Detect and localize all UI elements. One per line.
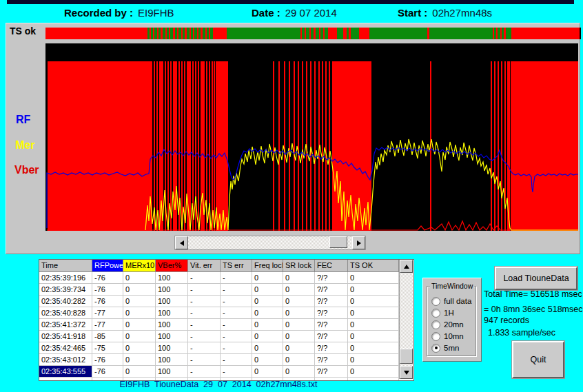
radio-option-full-data[interactable]: full data <box>431 296 471 306</box>
column-header-fec[interactable]: FEC <box>315 260 348 272</box>
table-cell[interactable]: 0 <box>283 307 315 319</box>
table-cell[interactable]: 0 <box>348 319 399 331</box>
table-cell[interactable]: ?/? <box>315 366 348 378</box>
table-cell[interactable]: ?/? <box>315 272 348 284</box>
table-cell[interactable]: -76 <box>92 296 123 307</box>
table-cell[interactable]: 0 <box>123 272 156 284</box>
table-cell[interactable]: 02:35:43:555 <box>39 366 92 378</box>
table-cell[interactable]: ?/? <box>315 319 348 331</box>
table-row[interactable]: 02:35:43:012-760100--00?/?0 <box>39 354 399 366</box>
table-row[interactable]: 02:35:40:828-770100--00?/?0 <box>39 307 399 319</box>
table-cell[interactable]: - <box>221 272 252 284</box>
table-cell[interactable]: -85 <box>92 331 123 342</box>
table-cell[interactable]: - <box>188 354 221 366</box>
table-cell[interactable]: 100 <box>156 331 188 342</box>
vertical-scroll-thumb[interactable] <box>400 349 413 364</box>
table-cell[interactable]: 100 <box>156 272 188 284</box>
table-cell[interactable]: - <box>221 307 252 319</box>
table-cell[interactable]: - <box>188 307 221 319</box>
table-cell[interactable]: 0 <box>348 296 399 307</box>
column-header-vit-err[interactable]: Vit. err <box>188 260 221 272</box>
table-cell[interactable]: -75 <box>92 342 123 354</box>
table-cell[interactable]: - <box>188 272 221 284</box>
table-cell[interactable]: 0 <box>252 284 283 296</box>
table-cell[interactable]: 02:35:40:828 <box>39 307 92 319</box>
table-cell[interactable]: -76 <box>92 354 123 366</box>
table-cell[interactable]: - <box>221 331 252 342</box>
table-cell[interactable]: 0 <box>348 354 399 366</box>
radio-button-icon[interactable] <box>431 320 440 329</box>
table-row[interactable]: 02:35:43:555-760100--00?/?0 <box>39 366 399 378</box>
table-cell[interactable]: -77 <box>92 307 123 319</box>
table-cell[interactable]: 0 <box>283 331 315 342</box>
table-row[interactable]: 02:35:40:282-760100--00?/?0 <box>39 296 399 307</box>
chart-horizontal-scrollbar[interactable] <box>174 236 366 250</box>
column-header-rfpower[interactable]: RFPower <box>92 260 123 272</box>
column-header-freq-lock[interactable]: Freq lock <box>252 260 283 272</box>
table-cell[interactable]: - <box>188 319 221 331</box>
table-cell[interactable]: 0 <box>348 342 399 354</box>
table-cell[interactable]: 0 <box>283 342 315 354</box>
radio-option-1H[interactable]: 1H <box>431 308 454 318</box>
table-row[interactable]: 02:35:41:372-770100--00?/?0 <box>39 319 399 331</box>
table-cell[interactable]: ?/? <box>315 354 348 366</box>
scroll-right-button[interactable] <box>352 236 365 249</box>
table-cell[interactable]: 0 <box>283 272 315 284</box>
table-cell[interactable]: 0 <box>123 319 156 331</box>
table-cell[interactable]: - <box>188 331 221 342</box>
table-cell[interactable]: -77 <box>92 319 123 331</box>
table-cell[interactable]: - <box>221 319 252 331</box>
table-cell[interactable]: 0 <box>123 354 156 366</box>
table-cell[interactable]: - <box>221 366 252 378</box>
table-cell[interactable]: 02:35:41:372 <box>39 319 92 331</box>
table-cell[interactable]: - <box>188 284 221 296</box>
table-cell[interactable]: 0 <box>283 319 315 331</box>
table-cell[interactable]: 100 <box>156 354 188 366</box>
radio-option-20mn[interactable]: 20mn <box>431 320 464 329</box>
table-cell[interactable]: 0 <box>252 319 283 331</box>
load-tiounedata-button[interactable]: Load TiouneData <box>495 267 577 290</box>
table-cell[interactable]: 0 <box>123 307 156 319</box>
table-cell[interactable]: -76 <box>92 284 123 296</box>
table-cell[interactable]: ?/? <box>315 284 348 296</box>
table-cell[interactable]: 100 <box>156 342 188 354</box>
table-cell[interactable]: - <box>221 296 252 307</box>
column-header-ts-ok[interactable]: TS OK <box>348 260 399 272</box>
table-cell[interactable]: 02:35:43:012 <box>39 354 92 366</box>
table-cell[interactable]: 100 <box>156 319 188 331</box>
table-cell[interactable]: 0 <box>348 307 399 319</box>
column-header-sr-lock[interactable]: SR lock <box>283 260 315 272</box>
table-cell[interactable]: 0 <box>252 307 283 319</box>
table-cell[interactable]: 02:35:42:465 <box>39 342 92 354</box>
table-cell[interactable]: -76 <box>92 366 123 378</box>
table-cell[interactable]: 0 <box>123 366 156 378</box>
table-row[interactable]: 02:35:42:465-750100--00?/?0 <box>39 342 399 354</box>
radio-option-5mn[interactable]: 5mn <box>431 343 459 353</box>
table-cell[interactable]: - <box>188 366 221 378</box>
table-cell[interactable]: - <box>188 296 221 307</box>
table-cell[interactable]: 0 <box>123 284 156 296</box>
table-cell[interactable]: 02:35:41:918 <box>39 331 92 342</box>
table-cell[interactable]: 02:35:40:282 <box>39 296 92 307</box>
scroll-up-button[interactable] <box>400 260 413 273</box>
table-cell[interactable]: 0 <box>252 354 283 366</box>
table-cell[interactable]: 0 <box>123 342 156 354</box>
table-cell[interactable]: 0 <box>283 354 315 366</box>
table-cell[interactable]: 100 <box>156 296 188 307</box>
table-cell[interactable]: 0 <box>252 342 283 354</box>
table-cell[interactable]: 0 <box>348 331 399 342</box>
scroll-down-button[interactable] <box>400 366 413 379</box>
table-cell[interactable]: - <box>221 354 252 366</box>
horizontal-scroll-thumb[interactable] <box>329 236 347 248</box>
table-vertical-scrollbar[interactable] <box>399 260 413 379</box>
table-cell[interactable]: 0 <box>123 296 156 307</box>
table-row[interactable]: 02:35:39:196-760100--00?/?0 <box>39 272 399 284</box>
column-header-time[interactable]: Time <box>39 260 92 272</box>
table-cell[interactable]: 100 <box>156 307 188 319</box>
table-cell[interactable]: -76 <box>92 272 123 284</box>
table-cell[interactable]: ?/? <box>315 342 348 354</box>
column-header-vber-[interactable]: VBer% <box>156 260 188 272</box>
table-cell[interactable]: 0 <box>348 366 399 378</box>
table-row[interactable]: 02:35:39:734-760100--00?/?0 <box>39 284 399 296</box>
radio-option-10mn[interactable]: 10mn <box>431 331 464 341</box>
